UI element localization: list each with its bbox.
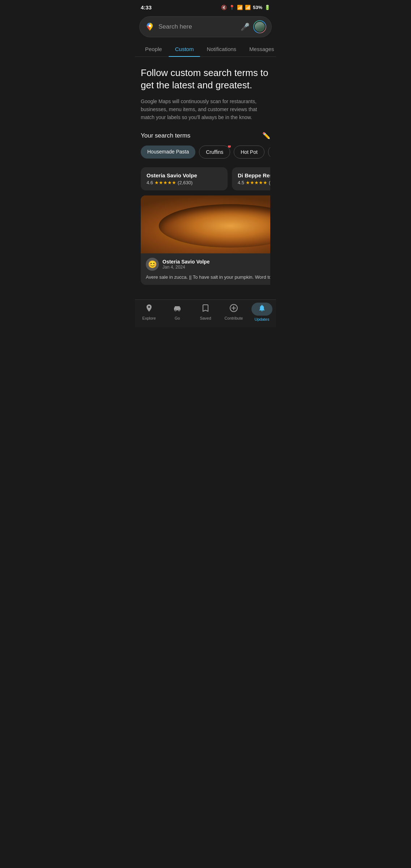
reviewer-info-1: Osteria Savio Volpe Jan 4, 2024 xyxy=(162,259,209,270)
pill-cruffins[interactable]: Cruffins xyxy=(199,146,230,159)
wifi-icon: 📶 xyxy=(237,5,243,10)
restaurant-rating-1: 4.6 ★★★★★ (2,630) xyxy=(147,180,222,185)
search-terms-pills: Housemade Pasta Cruffins Hot Pot Craft B… xyxy=(141,146,270,160)
search-bar[interactable]: Search here 🎤 xyxy=(139,16,272,37)
pill-hot-pot[interactable]: Hot Pot xyxy=(234,146,264,159)
review-card-image-1 xyxy=(141,195,270,253)
nav-contribute[interactable]: Contribute xyxy=(220,304,248,320)
updates-icon xyxy=(258,305,266,314)
search-bar-wrapper: Search here 🎤 xyxy=(135,13,276,42)
svg-point-6 xyxy=(178,309,180,311)
hero-subtext: Google Maps will continuously scan for r… xyxy=(141,97,270,122)
review-card-body-1: 😊 Osteria Savio Volpe Jan 4, 2024 Avere … xyxy=(141,253,270,285)
review-cards: 😊 Osteria Savio Volpe Jan 4, 2024 Avere … xyxy=(141,195,270,285)
status-icons: 🔇 📍 📶 📶 53% 🔋 xyxy=(221,5,270,10)
pill-notification-dot xyxy=(228,146,231,148)
search-input[interactable]: Search here xyxy=(158,23,237,30)
pasta-image xyxy=(141,195,270,253)
reviewer-date-1: Jan 4, 2024 xyxy=(162,265,209,270)
nav-explore[interactable]: Explore xyxy=(135,304,163,320)
updates-label: Updates xyxy=(255,317,270,321)
search-terms-header: Your search terms ✏️ xyxy=(141,132,270,140)
battery-text: 53% xyxy=(253,5,262,10)
contribute-icon xyxy=(229,304,238,315)
location-icon: 📍 xyxy=(229,5,235,10)
restaurant-name-1: Osteria Savio Volpe xyxy=(147,172,222,178)
restaurant-card-1[interactable]: Osteria Savio Volpe 4.6 ★★★★★ (2,630) xyxy=(141,167,228,190)
reviewer-row-1: 😊 Osteria Savio Volpe Jan 4, 2024 xyxy=(146,258,270,271)
pill-housemade-pasta[interactable]: Housemade Pasta xyxy=(141,146,195,159)
tab-people[interactable]: People xyxy=(139,42,169,56)
status-time: 4:33 xyxy=(141,4,152,10)
go-icon xyxy=(173,304,182,315)
nav-saved[interactable]: Saved xyxy=(191,304,220,320)
battery-icon: 🔋 xyxy=(264,5,270,10)
microphone-icon[interactable]: 🎤 xyxy=(241,22,250,31)
google-maps-logo xyxy=(145,22,155,32)
restaurant-card-2[interactable]: Di Beppe Restaura... 4.5 ★★★★★ (1,274 xyxy=(232,167,270,190)
restaurant-rating-2: 4.5 ★★★★★ (1,274 xyxy=(238,180,270,185)
bottom-nav: Explore Go Saved Contri xyxy=(135,299,276,327)
svg-point-5 xyxy=(175,309,176,311)
updates-icon-bg xyxy=(251,303,272,316)
nav-updates[interactable]: Updates xyxy=(248,303,276,321)
review-card-1[interactable]: 😊 Osteria Savio Volpe Jan 4, 2024 Avere … xyxy=(141,195,270,285)
user-avatar[interactable] xyxy=(253,20,266,33)
tab-custom[interactable]: Custom xyxy=(169,42,200,56)
edit-icon[interactable]: ✏️ xyxy=(262,132,270,140)
tab-notifications[interactable]: Notifications xyxy=(200,42,243,56)
review-text-1: Avere sale in zucca. || To have salt in … xyxy=(146,274,270,281)
tab-messages[interactable]: Messages xyxy=(243,42,276,56)
restaurant-name-2: Di Beppe Restaura... xyxy=(238,172,270,178)
saved-label: Saved xyxy=(200,316,211,320)
mute-icon: 🔇 xyxy=(221,5,227,10)
svg-rect-4 xyxy=(175,306,180,308)
saved-icon xyxy=(201,304,210,315)
signal-icon: 📶 xyxy=(245,5,251,10)
tabs-bar: People Custom Notifications Messages xyxy=(135,42,276,57)
search-terms-title: Your search terms xyxy=(141,132,190,139)
stars-1: ★★★★★ xyxy=(154,180,176,185)
reviewer-avatar-1: 😊 xyxy=(146,258,159,271)
explore-label: Explore xyxy=(142,316,156,320)
contribute-label: Contribute xyxy=(225,316,243,320)
stars-2: ★★★★★ xyxy=(246,180,267,185)
go-label: Go xyxy=(175,316,180,320)
main-content: Follow custom search terms to get the la… xyxy=(135,57,276,291)
explore-icon xyxy=(145,304,153,315)
pill-craft-be[interactable]: Craft Be xyxy=(268,146,270,159)
hero-headline: Follow custom search terms to get the la… xyxy=(141,67,270,92)
status-bar: 4:33 🔇 📍 📶 📶 53% 🔋 xyxy=(135,0,276,13)
nav-go[interactable]: Go xyxy=(163,304,191,320)
svg-point-2 xyxy=(149,25,151,27)
restaurant-cards: Osteria Savio Volpe 4.6 ★★★★★ (2,630) Di… xyxy=(141,167,270,190)
reviewer-name-1: Osteria Savio Volpe xyxy=(162,259,209,265)
